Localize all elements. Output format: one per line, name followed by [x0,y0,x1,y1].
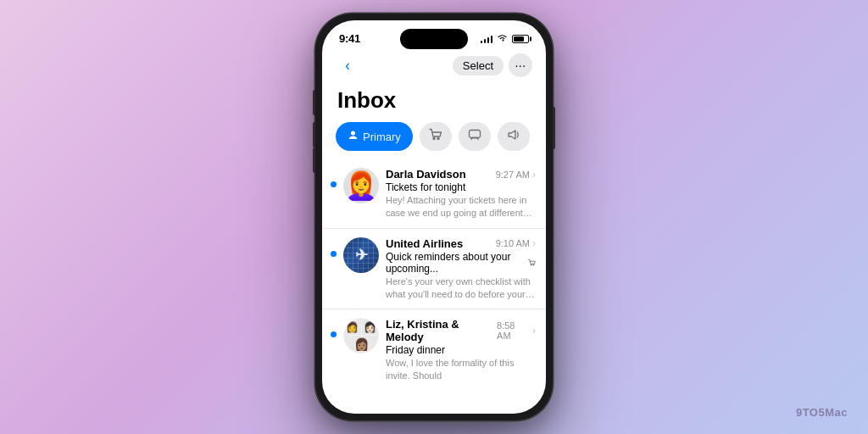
more-button[interactable]: ··· [509,53,532,77]
subject-cart-icon [528,258,536,268]
email-meta-2: 9:10 AM › [496,237,536,249]
email-item-3[interactable]: 👩 👩🏻 👩🏽 Liz, Kristina & Melody 8:58 AM ›… [322,309,546,391]
unread-dot-2 [331,251,337,257]
inbox-title: Inbox [322,84,546,122]
filter-tabs: Primary [322,122,546,159]
person-icon [348,130,359,143]
email-time-1: 9:27 AM [496,170,530,180]
email-content-2: United Airlines 9:10 AM › Quick reminder… [386,237,536,301]
more-dots-icon: ··· [515,58,526,72]
tab-promotions[interactable] [498,122,530,151]
phone-screen: 9:41 [322,20,546,414]
email-sender-1: Darla Davidson [386,168,466,181]
email-header-3: Liz, Kristina & Melody 8:58 AM › [386,318,536,343]
email-item-1[interactable]: 👩‍🦰 Darla Davidson 9:27 AM › Tickets for… [322,159,546,229]
avatar-group: 👩 👩🏻 👩🏽 [343,318,379,353]
tab-primary-label: Primary [363,131,401,143]
nav-actions: Select ··· [453,53,532,77]
select-button[interactable]: Select [453,56,504,75]
svg-point-2 [437,138,439,140]
email-list: 👩‍🦰 Darla Davidson 9:27 AM › Tickets for… [322,159,546,414]
email-meta-1: 9:27 AM › [496,169,536,181]
wifi-icon [497,34,508,44]
email-item-2[interactable]: ✈ United Airlines 9:10 AM › Quick remind… [322,229,546,310]
signal-icon [481,35,493,43]
avatar-darla: 👩‍🦰 [343,168,379,203]
avatar-ua: ✈ [343,237,379,273]
svg-point-5 [533,264,534,265]
tab-primary[interactable]: Primary [336,122,413,151]
email-content-1: Darla Davidson 9:27 AM › Tickets for ton… [386,168,536,220]
email-meta-3: 8:58 AM › [497,320,536,341]
avatar-emoji-darla: 👩‍🦰 [344,172,378,199]
svg-rect-3 [469,131,480,138]
email-content-3: Liz, Kristina & Melody 8:58 AM › Friday … [386,318,536,382]
email-chevron-3: › [532,325,536,337]
email-subject-3: Friday dinner [386,344,536,356]
battery-icon [512,35,529,43]
status-time: 9:41 [339,32,360,45]
unread-dot-3 [331,331,337,337]
megaphone-icon [507,128,520,145]
status-icons [481,34,530,44]
unread-dot-1 [331,181,337,187]
email-subject-2: Quick reminders about your upcoming... [386,251,536,275]
back-chevron-icon: ‹ [345,58,350,73]
tab-messages[interactable] [459,122,491,151]
watermark: 9TO5Mac [796,406,848,419]
email-time-2: 9:10 AM [496,238,530,248]
email-header-1: Darla Davidson 9:27 AM › [386,168,536,181]
tab-shopping[interactable] [420,122,452,151]
email-preview-2: Here's your very own checklist with what… [386,275,536,301]
email-time-3: 8:58 AM [497,320,530,341]
phone-wrapper: 9:41 [315,14,553,420]
svg-point-4 [531,264,531,265]
dynamic-island [400,29,468,49]
back-button[interactable]: ‹ [336,53,359,77]
cart-icon [429,128,442,145]
email-preview-1: Hey! Attaching your tickets here in case… [386,194,536,220]
message-icon [468,128,481,145]
email-subject-1: Tickets for tonight [386,181,536,193]
email-header-2: United Airlines 9:10 AM › [386,237,536,250]
email-chevron-2: › [532,237,536,249]
email-sender-2: United Airlines [386,237,463,250]
svg-point-0 [351,131,355,136]
email-chevron-1: › [532,169,536,181]
nav-bar: ‹ Select ··· [322,50,546,84]
email-sender-3: Liz, Kristina & Melody [386,318,497,343]
email-preview-3: Wow, I love the formality of this invite… [386,357,536,382]
svg-point-1 [433,138,435,140]
